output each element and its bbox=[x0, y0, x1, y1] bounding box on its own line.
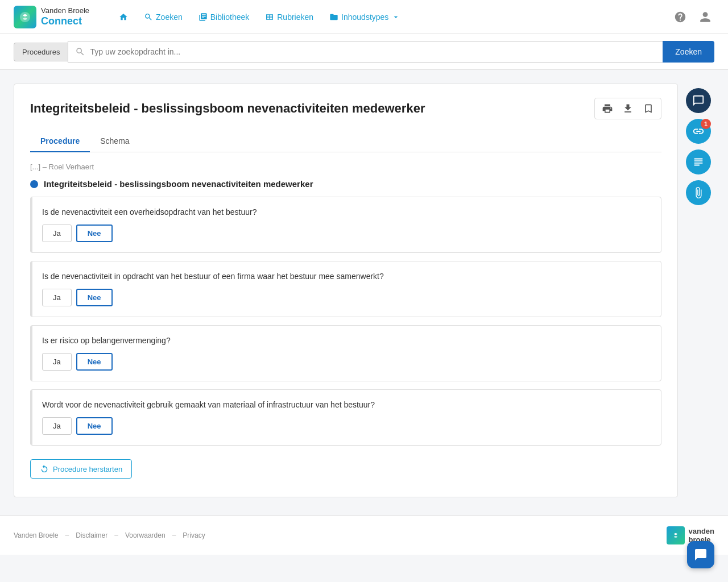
logo[interactable]: Vanden Broele Connect bbox=[14, 6, 89, 28]
footer-links: Vanden Broele – Disclaimer – Voorwaarden… bbox=[14, 531, 205, 539]
question-text-3: Is er risico op belangenvermenging? bbox=[42, 336, 650, 345]
footer-voorwaarden[interactable]: Voorwaarden bbox=[125, 531, 166, 539]
question-text-1: Is de nevenactiviteit een overheidsopdra… bbox=[42, 207, 650, 217]
nav-rubrieken-label: Rubrieken bbox=[277, 13, 313, 22]
nav-rubrieken[interactable]: Rubrieken bbox=[258, 8, 320, 26]
question-card-4: Wordt voor de nevenactiviteit gebruik ge… bbox=[30, 389, 661, 446]
search-button[interactable]: Zoeken bbox=[663, 41, 714, 63]
user-icon-btn[interactable] bbox=[696, 8, 714, 26]
nee-button-2[interactable]: Nee bbox=[76, 289, 113, 306]
restart-button[interactable]: Procedure herstarten bbox=[30, 459, 132, 479]
sidebar-chat-icon[interactable] bbox=[686, 88, 711, 113]
content-area: Integriteitsbeleid - beslissingsboom nev… bbox=[14, 84, 678, 497]
footer-privacy[interactable]: Privacy bbox=[183, 531, 205, 539]
blue-dot-icon bbox=[30, 180, 38, 188]
top-navigation: Vanden Broele Connect Zoeken Bibliotheek… bbox=[0, 0, 728, 34]
restart-label: Procedure herstarten bbox=[53, 465, 122, 473]
nav-bibliotheek[interactable]: Bibliotheek bbox=[192, 8, 257, 26]
restart-icon bbox=[40, 464, 49, 473]
nav-zoeken[interactable]: Zoeken bbox=[137, 8, 189, 26]
search-input-wrap bbox=[68, 41, 663, 63]
footer-disclaimer[interactable]: Disclaimer bbox=[76, 531, 107, 539]
answer-btns-2: Ja Nee bbox=[42, 289, 650, 306]
search-icon bbox=[75, 47, 85, 57]
bookmark-button[interactable] bbox=[639, 99, 657, 118]
decision-tree-title: Integriteitsbeleid - beslissingsboom nev… bbox=[44, 179, 313, 189]
chat-bubble-icon bbox=[692, 94, 705, 107]
help-icon-btn[interactable] bbox=[671, 8, 689, 26]
nav-items: Zoeken Bibliotheek Rubrieken Inhoudstype… bbox=[112, 8, 657, 26]
nav-inhoudstypes-label: Inhoudstypes bbox=[341, 13, 388, 22]
tabs: Procedure Schema bbox=[30, 131, 661, 152]
search-bar: Procedures Zoeken bbox=[0, 34, 728, 70]
download-button[interactable] bbox=[619, 99, 637, 118]
nav-home[interactable] bbox=[112, 8, 135, 26]
sidebar-notes-icon[interactable] bbox=[686, 149, 711, 174]
question-card-1: Is de nevenactiviteit een overheidsopdra… bbox=[30, 197, 661, 253]
sidebar-attachment-icon[interactable] bbox=[686, 180, 711, 205]
ja-button-1[interactable]: Ja bbox=[42, 225, 72, 242]
question-card-2: Is de nevenactiviteit in opdracht van he… bbox=[30, 261, 661, 317]
nav-inhoudstypes[interactable]: Inhoudstypes bbox=[322, 8, 407, 26]
chat-fab-button[interactable] bbox=[687, 541, 714, 555]
tab-schema[interactable]: Schema bbox=[90, 131, 139, 152]
footer: Vanden Broele – Disclaimer – Voorwaarden… bbox=[0, 516, 728, 555]
badge-count: 1 bbox=[701, 119, 711, 129]
answer-btns-4: Ja Nee bbox=[42, 417, 650, 435]
footer-brand: Vanden Broele bbox=[14, 531, 59, 539]
footer-logo-icon bbox=[667, 526, 685, 544]
nav-icons bbox=[671, 8, 714, 26]
nee-button-1[interactable]: Nee bbox=[76, 225, 113, 242]
question-text-4: Wordt voor de nevenactiviteit gebruik ge… bbox=[42, 400, 650, 409]
doc-title-row: Integriteitsbeleid - beslissingsboom nev… bbox=[30, 98, 661, 119]
decision-title-row: Integriteitsbeleid - beslissingsboom nev… bbox=[30, 179, 661, 189]
print-button[interactable] bbox=[598, 99, 617, 118]
ja-button-3[interactable]: Ja bbox=[42, 353, 72, 371]
nee-button-4[interactable]: Nee bbox=[76, 417, 113, 435]
main-layout: Integriteitsbeleid - beslissingsboom nev… bbox=[0, 70, 728, 497]
logo-text: Vanden Broele Connect bbox=[41, 6, 89, 27]
ja-button-4[interactable]: Ja bbox=[42, 417, 72, 435]
author-line: [...] – Roel Verhaert bbox=[30, 163, 661, 171]
nee-button-3[interactable]: Nee bbox=[76, 353, 113, 371]
notes-icon bbox=[692, 156, 705, 168]
ja-button-2[interactable]: Ja bbox=[42, 289, 72, 306]
answer-btns-3: Ja Nee bbox=[42, 353, 650, 371]
answer-btns-1: Ja Nee bbox=[42, 225, 650, 242]
logo-icon bbox=[14, 6, 36, 28]
nav-zoeken-label: Zoeken bbox=[156, 13, 183, 22]
tab-procedure[interactable]: Procedure bbox=[30, 131, 90, 152]
doc-title: Integriteitsbeleid - beslissingsboom nev… bbox=[30, 101, 425, 116]
nav-bibliotheek-label: Bibliotheek bbox=[210, 13, 250, 22]
chat-fab-icon bbox=[694, 548, 708, 555]
search-tag: Procedures bbox=[14, 43, 68, 61]
search-input[interactable] bbox=[90, 47, 656, 56]
attachment-icon bbox=[692, 186, 705, 199]
question-card-3: Is er risico op belangenvermenging? Ja N… bbox=[30, 325, 661, 381]
sidebar-link-icon[interactable]: 1 bbox=[686, 119, 711, 144]
right-sidebar: 1 bbox=[682, 84, 714, 497]
doc-actions bbox=[594, 98, 661, 119]
question-text-2: Is de nevenactiviteit in opdracht van he… bbox=[42, 272, 650, 281]
